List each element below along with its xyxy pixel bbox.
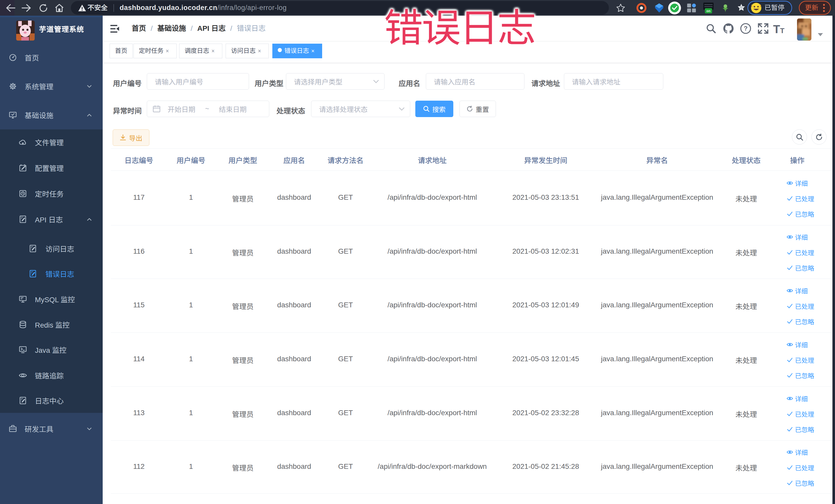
svg-text:on: on [707,9,711,13]
svg-text:?: ? [744,25,748,32]
